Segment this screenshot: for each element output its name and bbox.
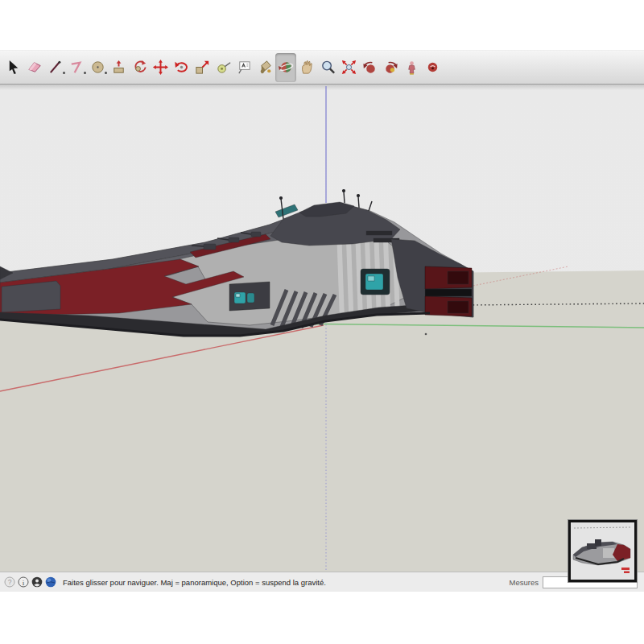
orbit-icon <box>278 59 295 76</box>
arc-icon <box>68 59 85 76</box>
tool-arc-button[interactable] <box>66 53 87 82</box>
text-icon <box>236 59 253 76</box>
stern-gun-upper <box>366 231 392 235</box>
scale-icon <box>194 59 211 76</box>
engine-nozzles <box>425 266 472 316</box>
next-icon <box>382 59 399 76</box>
dropdown-dot-icon[interactable] <box>84 72 86 74</box>
thumbnail-image <box>571 522 634 580</box>
tool-walk-button[interactable] <box>422 53 443 82</box>
tool-position-camera-button[interactable] <box>401 53 422 82</box>
help-icon[interactable]: ? <box>4 576 15 588</box>
dropdown-dot-icon[interactable] <box>105 72 107 74</box>
tool-orbit-button[interactable] <box>275 53 296 82</box>
tool-pan-button[interactable] <box>296 53 317 82</box>
status-bar: ? i Faites glisser pour naviguer. Maj = … <box>0 572 644 592</box>
instructor-icon[interactable]: i <box>18 576 29 588</box>
sketchup-window: ? i Faites glisser pour naviguer. Maj = … <box>0 0 644 644</box>
tool-eraser-button[interactable] <box>24 53 45 82</box>
status-hint-text: Faites glisser pour naviguer. Maj = pano… <box>63 578 326 587</box>
spaceship-model[interactable] <box>0 190 473 336</box>
scene-3d <box>0 85 644 572</box>
line-icon <box>47 59 64 76</box>
tool-paint-bucket-button[interactable] <box>254 53 275 82</box>
move-icon <box>152 59 169 76</box>
ground-point-marker <box>425 333 427 336</box>
dropdown-dot-icon[interactable] <box>63 72 65 74</box>
tool-shapes-button[interactable] <box>87 53 108 82</box>
bow-window-slot <box>2 281 60 312</box>
tool-follow-me-button[interactable] <box>129 53 150 82</box>
tool-push-pull-button[interactable] <box>108 53 129 82</box>
preview-thumbnail <box>568 520 637 582</box>
push-pull-icon <box>110 59 127 76</box>
tool-rotate-button[interactable] <box>171 53 192 82</box>
position-camera-icon <box>403 59 420 76</box>
tool-line-button[interactable] <box>45 53 66 82</box>
zoom-extents-icon <box>341 59 357 76</box>
user-icon[interactable] <box>31 576 43 588</box>
status-icons: ? i <box>4 576 56 588</box>
walk-icon <box>424 59 441 76</box>
viewport-canvas[interactable] <box>0 85 644 572</box>
shapes-icon <box>89 59 106 76</box>
toolbar <box>0 50 644 85</box>
tool-next-button[interactable] <box>380 53 401 82</box>
pan-icon <box>299 59 316 76</box>
engine-glow <box>361 269 390 295</box>
tool-tape-measure-button[interactable] <box>213 53 233 82</box>
tool-text-button[interactable] <box>233 53 254 82</box>
previous-icon <box>361 59 378 76</box>
globe-icon[interactable] <box>45 576 56 588</box>
tape-measure-icon <box>215 59 232 76</box>
follow-me-icon <box>131 59 148 76</box>
eraser-icon <box>27 59 43 76</box>
paint-bucket-icon <box>257 59 274 76</box>
side-display-panel <box>229 282 270 311</box>
tool-zoom-extents-button[interactable] <box>338 53 359 82</box>
tool-previous-button[interactable] <box>359 53 380 82</box>
select-icon <box>6 59 23 76</box>
zoom-icon <box>320 59 336 76</box>
tool-move-button[interactable] <box>150 53 171 82</box>
measurements-label: Mesures <box>510 578 539 587</box>
tool-zoom-button[interactable] <box>317 53 338 82</box>
tool-select-button[interactable] <box>3 53 24 82</box>
svg-text:?: ? <box>8 578 12 586</box>
tool-scale-button[interactable] <box>192 53 213 82</box>
rotate-icon <box>173 59 190 76</box>
